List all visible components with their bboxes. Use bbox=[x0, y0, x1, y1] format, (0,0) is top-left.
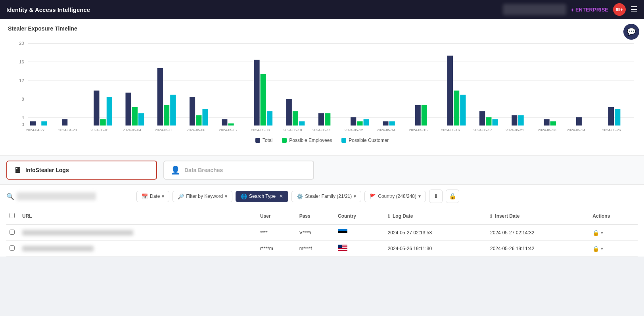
svg-text:2024-05-01: 2024-05-01 bbox=[90, 128, 109, 132]
diamond-icon: ♦ bbox=[571, 7, 574, 13]
chart-section: Stealer Exposure Timeline 💬 20 16 12 8 4… bbox=[0, 19, 644, 156]
chevron-down-icon: ▾ bbox=[354, 193, 356, 199]
table-section: URL User Pass Country ℹ Log Date ℹ Inser bbox=[0, 208, 644, 257]
row-2-checkbox[interactable] bbox=[10, 245, 15, 251]
lock-button[interactable]: 🔒 bbox=[446, 190, 459, 203]
country-header: Country bbox=[335, 208, 385, 224]
select-all-checkbox[interactable] bbox=[10, 213, 15, 218]
calendar-icon: 📅 bbox=[142, 193, 148, 199]
svg-rect-12 bbox=[41, 121, 47, 125]
date-filter-button[interactable]: 📅 Date ▾ bbox=[136, 191, 169, 202]
download-button[interactable]: ⬇ bbox=[429, 190, 443, 203]
svg-rect-21 bbox=[132, 107, 138, 126]
svg-rect-61 bbox=[486, 117, 491, 126]
notification-button[interactable]: 99+ bbox=[613, 3, 626, 16]
user-lock-icon: 👤 bbox=[171, 165, 180, 175]
chart-title: Stealer Exposure Timeline bbox=[8, 25, 636, 32]
svg-text:2024-05-15: 2024-05-15 bbox=[409, 128, 427, 132]
row-1-action-group: 🔒 ▾ bbox=[592, 230, 634, 236]
legend-employees-dot bbox=[282, 138, 287, 143]
svg-rect-56 bbox=[447, 56, 453, 125]
country-filter-button[interactable]: 🚩 Country (248/248) ▾ bbox=[364, 191, 426, 202]
url-header: URL bbox=[19, 208, 257, 224]
svg-rect-35 bbox=[254, 60, 259, 126]
row-checkbox-cell[interactable] bbox=[6, 224, 19, 241]
svg-rect-53 bbox=[415, 105, 421, 126]
bar-chart: 20 16 12 8 4 0 2024-04-27 2024-04-28 202… bbox=[8, 38, 636, 149]
computer-lock-icon: 🖥 bbox=[13, 166, 21, 175]
search-type-close-icon[interactable]: ✕ bbox=[279, 193, 283, 199]
row-2-expand-icon[interactable]: ▾ bbox=[601, 246, 603, 251]
svg-text:2024-05-14: 2024-05-14 bbox=[377, 128, 395, 132]
row-1-user: **** bbox=[257, 224, 296, 241]
tab-data-breaches[interactable]: 👤 Data Breaches bbox=[163, 161, 314, 180]
svg-rect-72 bbox=[608, 107, 614, 126]
table-row: **** V****i 2024-05-27 02:13:53 2024- bbox=[6, 224, 638, 241]
row-1-lock-icon[interactable]: 🔒 bbox=[592, 230, 599, 236]
enterprise-badge: ♦ ENTERPRISE bbox=[571, 7, 608, 13]
tabs-section: 🖥 InfoStealer Logs 👤 Data Breaches bbox=[0, 156, 644, 185]
svg-text:2024-05-07: 2024-05-07 bbox=[219, 128, 238, 132]
log-date-header: ℹ Log Date bbox=[385, 208, 487, 224]
row-2-actions[interactable]: 🔒 ▾ bbox=[589, 241, 638, 257]
svg-text:0: 0 bbox=[21, 122, 24, 127]
svg-text:2024-05-26: 2024-05-26 bbox=[602, 128, 621, 132]
svg-rect-11 bbox=[30, 121, 36, 125]
row-1-expand-icon[interactable]: ▾ bbox=[601, 230, 603, 236]
svg-rect-46 bbox=[351, 117, 356, 126]
row-2-insert-date: 2024-05-26 19:11:42 bbox=[487, 241, 589, 257]
svg-rect-37 bbox=[267, 111, 272, 125]
table-row: r****m m****f bbox=[6, 241, 638, 257]
select-all-header[interactable] bbox=[6, 208, 19, 224]
row-2-action-group: 🔒 ▾ bbox=[592, 245, 634, 252]
globe-icon: 🌐 bbox=[241, 193, 247, 199]
svg-text:2024-05-04: 2024-05-04 bbox=[123, 128, 141, 132]
svg-text:16: 16 bbox=[19, 59, 24, 64]
svg-rect-68 bbox=[550, 121, 556, 125]
svg-rect-57 bbox=[454, 90, 459, 125]
svg-rect-25 bbox=[164, 105, 169, 126]
svg-rect-26 bbox=[170, 95, 176, 126]
svg-rect-16 bbox=[94, 90, 99, 125]
flag-icon: 🚩 bbox=[370, 193, 376, 199]
svg-rect-64 bbox=[512, 115, 517, 126]
svg-text:20: 20 bbox=[19, 41, 24, 46]
row-1-country bbox=[335, 224, 385, 241]
row-1-actions[interactable]: 🔒 ▾ bbox=[589, 224, 638, 241]
row-2-lock-icon[interactable]: 🔒 bbox=[592, 245, 599, 252]
chart-svg: 20 16 12 8 4 0 2024-04-27 2024-04-28 202… bbox=[8, 38, 636, 133]
table-header-row: URL User Pass Country ℹ Log Date ℹ Inser bbox=[6, 208, 638, 224]
row-1-checkbox[interactable] bbox=[10, 230, 15, 235]
log-date-info-icon: ℹ bbox=[388, 213, 390, 219]
svg-rect-75 bbox=[338, 229, 347, 231]
row-2-checkbox-cell[interactable] bbox=[6, 241, 19, 257]
search-input[interactable] bbox=[17, 192, 96, 200]
svg-rect-29 bbox=[196, 115, 201, 126]
user-header: User bbox=[257, 208, 296, 224]
search-type-filter-button[interactable]: 🌐 Search Type ✕ bbox=[236, 191, 288, 202]
svg-rect-30 bbox=[202, 109, 208, 125]
top-navigation: Identity & Access Intelligence ♦ ENTERPR… bbox=[0, 0, 644, 19]
svg-rect-20 bbox=[125, 93, 131, 126]
svg-text:12: 12 bbox=[19, 78, 24, 83]
row-2-pass: m****f bbox=[296, 241, 335, 257]
legend-customer-dot bbox=[341, 138, 346, 143]
stealer-family-filter-button[interactable]: ⚙️ Stealer Family (21/21) ▾ bbox=[291, 191, 361, 202]
logs-table: URL User Pass Country ℹ Log Date ℹ Inser bbox=[6, 208, 638, 257]
chat-fab-button[interactable]: 💬 bbox=[623, 24, 639, 40]
filter-bar: 🔍 📅 Date ▾ 🔎 Filter by Keyword ▾ 🌐 Searc… bbox=[0, 185, 644, 208]
svg-text:2024-05-05: 2024-05-05 bbox=[155, 128, 174, 132]
tab-infostealer[interactable]: 🖥 InfoStealer Logs bbox=[6, 161, 157, 180]
svg-rect-76 bbox=[338, 231, 347, 233]
svg-rect-73 bbox=[615, 109, 620, 125]
svg-rect-60 bbox=[479, 111, 485, 125]
stealer-icon: ⚙️ bbox=[297, 193, 303, 199]
svg-text:2024-04-27: 2024-04-27 bbox=[26, 128, 45, 132]
menu-icon[interactable]: ☰ bbox=[631, 5, 638, 14]
svg-rect-24 bbox=[157, 68, 163, 126]
svg-rect-28 bbox=[190, 97, 195, 125]
svg-rect-40 bbox=[293, 111, 298, 125]
svg-text:2024-05-12: 2024-05-12 bbox=[345, 128, 363, 132]
keyword-filter-button[interactable]: 🔎 Filter by Keyword ▾ bbox=[172, 191, 232, 202]
flag-us bbox=[338, 245, 347, 251]
